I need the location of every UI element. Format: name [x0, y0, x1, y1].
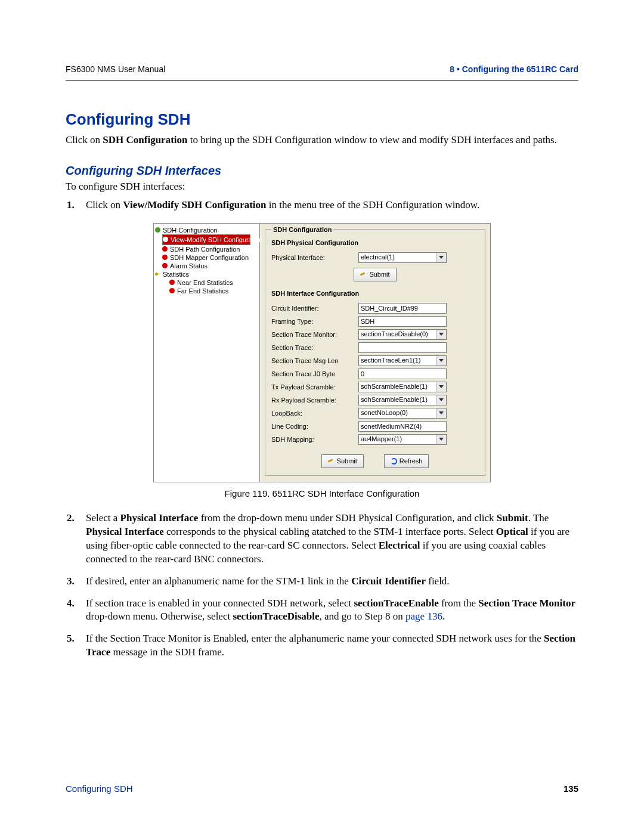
refresh-button[interactable]: Refresh [384, 454, 429, 468]
rx-scramble-label: Rx Payload Scramble: [271, 397, 358, 404]
tree-sdh-mapper[interactable]: SDH Mapper Configuration [162, 253, 258, 262]
refresh-icon [391, 458, 397, 465]
header-rule [66, 80, 578, 80]
line-coding-input[interactable] [358, 421, 447, 432]
section-title: Configuring SDH Interfaces [66, 164, 578, 178]
dot-icon [163, 237, 168, 242]
pen-icon [328, 458, 335, 465]
submit-button[interactable]: Submit [321, 454, 364, 468]
page-link[interactable]: page 136 [405, 611, 442, 622]
step-1: 1. Click on View/Modify SDH Configuratio… [66, 199, 578, 212]
chevron-down-icon [436, 382, 446, 392]
fieldset-legend: SDH Configuration [271, 226, 333, 233]
step-2: 2. Select a Physical Interface from the … [66, 512, 578, 566]
loopback-label: LoopBack: [271, 410, 358, 417]
sdh-config-fieldset: SDH Configuration SDH Physical Configura… [265, 226, 485, 476]
tree-alarm-status[interactable]: Alarm Status [162, 262, 258, 270]
chevron-down-icon [436, 356, 446, 366]
loopback-select[interactable]: sonetNoLoop(0) [358, 408, 447, 419]
section-trace-monitor-label: Section Trace Monitor: [271, 331, 358, 338]
dot-icon [162, 246, 168, 252]
section-trace-input[interactable] [358, 342, 447, 353]
footer-page-number: 135 [564, 784, 578, 794]
phys-submit-button[interactable]: Submit [354, 268, 396, 281]
footer-left: Configuring SDH [66, 784, 133, 794]
header-left: FS6300 NMS User Manual [66, 64, 165, 74]
dot-icon [169, 288, 175, 293]
dot-icon [162, 263, 168, 268]
framing-type-label: Framing Type: [271, 318, 358, 325]
chevron-down-icon [436, 435, 446, 444]
rx-scramble-select[interactable]: sdhScrambleEnable(1) [358, 395, 447, 405]
step-4: 4. If section trace is enabled in your c… [66, 597, 578, 624]
phys-interface-select[interactable]: electrical(1) [358, 252, 447, 263]
tree-near-end-stats[interactable]: Near End Statistics [169, 278, 258, 287]
section-trace-monitor-select[interactable]: sectionTraceDisable(0) [358, 329, 447, 340]
chevron-down-icon [436, 395, 446, 405]
section-trace-j0-input[interactable] [358, 368, 447, 379]
dot-icon [155, 227, 160, 233]
tree-view-modify-sdh[interactable]: View-Modify SDH Configuration [162, 234, 250, 245]
circuit-id-label: Circuit Identifier: [271, 305, 358, 312]
framing-type-input[interactable] [358, 316, 447, 327]
dot-icon [169, 280, 175, 285]
circuit-id-input[interactable] [358, 303, 447, 314]
tree-far-end-stats[interactable]: Far End Statistics [169, 287, 258, 295]
key-icon [155, 271, 160, 277]
tree-sdh-path[interactable]: SDH Path Configuration [162, 245, 258, 253]
ifc-config-title: SDH Interface Configuration [271, 290, 479, 297]
tx-scramble-select[interactable]: sdhScrambleEnable(1) [358, 382, 447, 392]
step-5: 5. If the Section Trace Monitor is Enabl… [66, 632, 578, 659]
nav-tree: SDH Configuration View-Modify SDH Config… [154, 224, 260, 482]
sdh-config-screenshot: SDH Configuration View-Modify SDH Config… [153, 223, 491, 482]
tree-root[interactable]: SDH Configuration [155, 226, 258, 234]
line-coding-label: Line Coding: [271, 423, 358, 430]
chevron-down-icon [436, 330, 446, 339]
section-trace-j0-label: Section Trace J0 Byte [271, 370, 358, 377]
intro-paragraph: Click on SDH Configuration to bring up t… [66, 134, 578, 147]
chevron-down-icon [436, 253, 446, 262]
section-trace-msg-len-label: Section Trace Msg Len [271, 357, 358, 364]
tree-statistics[interactable]: Statistics [155, 270, 258, 278]
dot-icon [162, 255, 168, 260]
sdh-mapping-select[interactable]: au4Mapper(1) [358, 434, 447, 445]
phys-interface-label: Physical Interface: [271, 254, 358, 261]
sdh-mapping-label: SDH Mapping: [271, 436, 358, 443]
page-title: Configuring SDH [66, 110, 578, 129]
chevron-down-icon [436, 408, 446, 418]
figure-caption: Figure 119. 6511RC SDH Interface Configu… [66, 488, 578, 498]
tx-scramble-label: Tx Payload Scramble: [271, 383, 358, 391]
pen-icon [360, 271, 367, 278]
section-trace-msg-len-select[interactable]: sectionTraceLen1(1) [358, 355, 447, 366]
section-trace-label: Section Trace: [271, 344, 358, 351]
section-intro: To configure SDH interfaces: [66, 180, 578, 194]
phys-config-title: SDH Physical Configuration [271, 239, 479, 246]
header-right: 8 • Configuring the 6511RC Card [450, 64, 578, 74]
step-3: 3. If desired, enter an alphanumeric nam… [66, 575, 578, 589]
